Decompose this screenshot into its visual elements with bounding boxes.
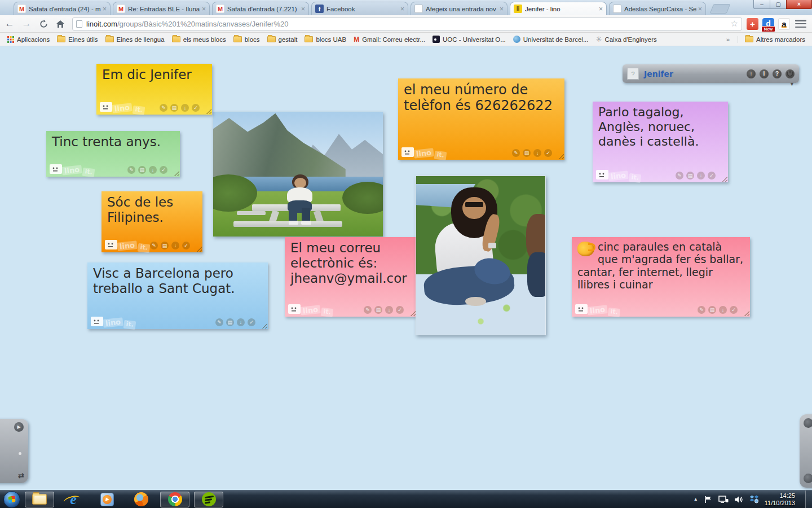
sticky-note-orange[interactable]: Sóc de les Filipines. linoit. ✎ ▤ ↓ ✓ xyxy=(102,191,202,252)
emoticon-tag-icon[interactable] xyxy=(91,317,103,326)
start-button[interactable] xyxy=(3,491,20,508)
sticky-note-email[interactable]: El meu correu electrònic és: jheanv@ymai… xyxy=(285,237,416,317)
tab-adeslas[interactable]: Adeslas SegurCaixa - Se × xyxy=(609,2,706,15)
edit-icon[interactable]: ✎ xyxy=(364,306,372,314)
close-window-button[interactable]: × xyxy=(786,0,812,9)
emoticon-tag-icon[interactable] xyxy=(105,240,117,249)
network-icon[interactable] xyxy=(718,496,729,503)
taskbar-chrome[interactable] xyxy=(160,492,189,507)
calendar-icon[interactable]: ▤ xyxy=(374,306,382,314)
done-icon[interactable]: ✓ xyxy=(182,242,190,249)
taskbar-explorer[interactable] xyxy=(25,492,54,507)
bookmark-eines-utils[interactable]: Eines útils xyxy=(57,36,98,43)
extension-addthis[interactable]: + xyxy=(747,18,758,30)
bookmark-els-meus-blocs[interactable]: els meus blocs xyxy=(172,36,226,43)
close-icon[interactable]: × xyxy=(599,6,603,12)
close-icon[interactable]: × xyxy=(698,6,702,12)
done-icon[interactable]: ✓ xyxy=(708,172,716,179)
bookmark-blocs[interactable]: blocs xyxy=(233,36,260,43)
calendar-icon[interactable]: ▤ xyxy=(161,242,169,249)
taskbar-spotify[interactable] xyxy=(194,492,223,507)
upload-icon[interactable]: ↑ xyxy=(747,69,756,78)
edit-icon[interactable]: ✎ xyxy=(160,104,167,112)
taskbar-internet-explorer[interactable]: e xyxy=(59,492,88,507)
canvas-nav-widget-left[interactable]: ▶ ⇄ xyxy=(0,419,28,483)
resize-handle[interactable] xyxy=(721,176,727,182)
done-icon[interactable]: ✓ xyxy=(248,318,255,326)
tab-afegeix-entrada[interactable]: Afegeix una entrada nov × xyxy=(411,2,508,15)
address-bar[interactable]: linoit.com /groups/Bàsic%201%20matins/ca… xyxy=(72,17,742,30)
board-title[interactable]: Jenifer xyxy=(644,69,673,78)
bookmark-gestalt[interactable]: gestalt xyxy=(267,36,298,43)
taskbar-media-player[interactable]: ▶ xyxy=(92,492,122,507)
info-icon[interactable]: i xyxy=(760,69,769,78)
sticky-note-yellow[interactable]: Em dic Jenifer linoit. ✎ ▤ ↓ ✓ xyxy=(96,64,212,115)
tab-gmail-entradas[interactable]: M Re: Entradas BLE - Iluna. × xyxy=(113,2,210,15)
power-icon[interactable] xyxy=(785,69,795,78)
send-icon[interactable]: ↓ xyxy=(385,306,393,314)
calendar-icon[interactable]: ▤ xyxy=(226,318,234,326)
edit-icon[interactable]: ✎ xyxy=(215,318,223,326)
extension-amazon[interactable]: a xyxy=(778,18,790,30)
bookmark-star-icon[interactable]: ☆ xyxy=(731,19,738,29)
send-icon[interactable]: ↓ xyxy=(697,172,705,179)
tab-gmail-inbox-24[interactable]: M Safata d'entrada (24) - m × xyxy=(14,2,111,15)
done-icon[interactable]: ✓ xyxy=(544,149,552,157)
emoticon-tag-icon[interactable] xyxy=(575,304,588,314)
resize-handle[interactable] xyxy=(409,310,416,316)
photo-woman-on-grass[interactable] xyxy=(416,176,546,335)
send-icon[interactable]: ↓ xyxy=(533,149,541,157)
send-icon[interactable]: ↓ xyxy=(719,306,727,314)
close-icon[interactable]: × xyxy=(400,6,404,12)
nav-circle-icon[interactable] xyxy=(804,474,812,483)
emoticon-tag-icon[interactable] xyxy=(596,170,608,179)
edit-icon[interactable]: ✎ xyxy=(698,306,705,314)
tab-jenifer-lino-active[interactable]: li Jenifer - lino × xyxy=(510,2,607,15)
play-icon[interactable]: ▶ xyxy=(14,422,24,432)
action-center-flag-icon[interactable] xyxy=(704,496,713,503)
resize-handle[interactable] xyxy=(205,108,211,114)
resize-handle[interactable] xyxy=(173,170,179,176)
sticky-note-hobbies[interactable]: cinc paraules en català que m'agrada fer… xyxy=(572,237,750,317)
show-desktop-button[interactable] xyxy=(805,491,812,508)
maximize-button[interactable]: ▢ xyxy=(770,0,786,9)
close-icon[interactable]: × xyxy=(103,6,107,12)
tray-expand-icon[interactable]: ▲ xyxy=(694,497,698,502)
done-icon[interactable]: ✓ xyxy=(730,306,738,314)
send-icon[interactable]: ↓ xyxy=(181,104,189,112)
close-icon[interactable]: × xyxy=(500,6,504,12)
volume-icon[interactable] xyxy=(734,496,744,503)
panel-caret-icon[interactable]: ▼ xyxy=(789,81,795,87)
bookmark-caixa-enginyers[interactable]: ✳Caixa d'Enginyers xyxy=(596,35,657,43)
lino-canvas[interactable]: Em dic Jenifer linoit. ✎ ▤ ↓ ✓ Tinc tren… xyxy=(0,46,812,490)
emoticon-tag-icon[interactable] xyxy=(100,102,112,112)
calendar-icon[interactable]: ▤ xyxy=(138,166,146,174)
taskbar-clock[interactable]: 14:25 11/10/2013 xyxy=(765,492,795,507)
close-icon[interactable]: × xyxy=(202,6,206,12)
extension-d[interactable]: dNew xyxy=(762,18,774,30)
reload-button[interactable] xyxy=(36,17,51,30)
bookmark-altres-marcadors[interactable]: Altres marcadors xyxy=(738,36,805,43)
emoticon-tag-icon[interactable] xyxy=(50,164,62,174)
bookmark-aplicacions[interactable]: Aplicacions xyxy=(7,36,50,43)
resize-handle[interactable] xyxy=(558,153,564,159)
calendar-icon[interactable]: ▤ xyxy=(708,306,716,314)
close-icon[interactable]: × xyxy=(301,6,305,12)
edit-icon[interactable]: ✎ xyxy=(676,172,683,179)
done-icon[interactable]: ✓ xyxy=(396,306,404,314)
bookmark-gmail[interactable]: MGmail: Correu electr... xyxy=(354,36,425,43)
edit-icon[interactable]: ✎ xyxy=(150,242,158,249)
help-icon[interactable]: ? xyxy=(773,69,782,78)
nav-circle-icon[interactable] xyxy=(804,418,812,428)
new-tab-button[interactable] xyxy=(710,4,731,14)
resize-handle[interactable] xyxy=(743,310,749,316)
sticky-note-phone[interactable]: el meu número de telèfon és 626262622 li… xyxy=(398,78,564,160)
tab-facebook[interactable]: f Facebook × xyxy=(311,2,408,15)
calendar-icon[interactable]: ▤ xyxy=(523,149,531,157)
forward-button[interactable]: → xyxy=(19,17,34,30)
sticky-note-blue[interactable]: Visc a Barcelona pero treballo a Sant Cu… xyxy=(87,262,268,329)
send-icon[interactable]: ↓ xyxy=(171,242,179,249)
emoticon-tag-icon[interactable] xyxy=(401,147,414,157)
board-header-panel[interactable]: ? Jenifer ↑ i ? ▼ xyxy=(623,64,799,83)
photo-fjord-picnic[interactable] xyxy=(213,112,383,237)
